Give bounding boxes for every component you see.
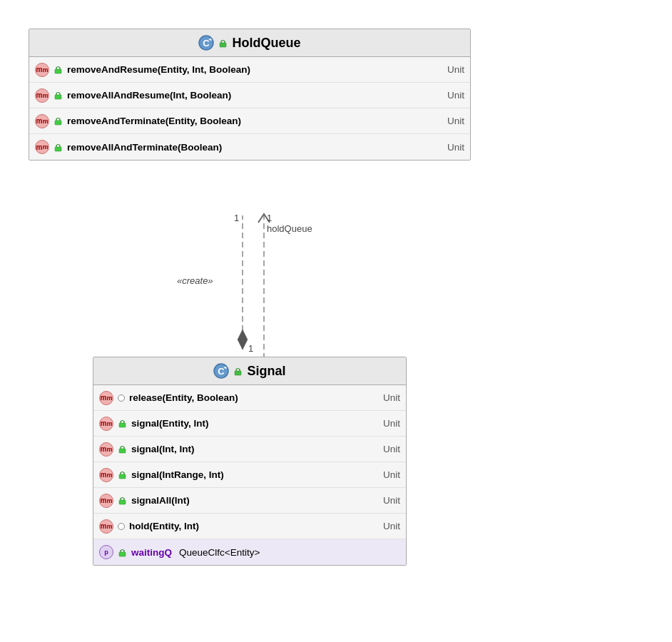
method-name: removeAllAndResume(Int, Boolean)	[67, 90, 437, 101]
svg-rect-5	[55, 121, 61, 125]
m-icon: m	[35, 140, 49, 154]
svg-rect-11	[119, 449, 126, 453]
method-name: removeAndTerminate(Entity, Boolean)	[67, 116, 437, 126]
field-type: QueueClfc<Entity>	[179, 547, 260, 558]
method-row: mremoveAllAndResume(Int, Boolean)Unit	[29, 83, 470, 108]
svg-text:C: C	[203, 38, 210, 49]
arrow-head	[258, 214, 270, 223]
signal-class-icon: C	[213, 363, 229, 379]
method-row: mremoveAllAndTerminate(Boolean)Unit	[29, 134, 470, 160]
method-return: Unit	[447, 90, 464, 101]
method-name: signal(IntRange, Int)	[131, 469, 373, 480]
method-name: removeAndResume(Entity, Int, Boolean)	[67, 64, 437, 75]
label-1-bottom: 1	[248, 343, 253, 354]
m-icon: m	[99, 417, 113, 431]
method-name: release(Entity, Boolean)	[129, 392, 373, 403]
method-return: Unit	[383, 521, 400, 531]
m-icon: m	[35, 63, 49, 77]
method-row: msignal(Entity, Int)Unit	[93, 411, 406, 437]
circle-icon	[118, 394, 125, 402]
method-return: Unit	[383, 495, 400, 506]
method-return: Unit	[447, 142, 464, 153]
label-create: «create»	[177, 275, 213, 286]
svg-rect-10	[119, 423, 126, 427]
m-icon: m	[99, 494, 113, 508]
method-return: Unit	[383, 418, 400, 429]
method-name: signal(Entity, Int)	[131, 418, 373, 429]
diagram-container: C HoldQueue mremoveAndResume(Entity, Int…	[0, 0, 672, 642]
method-row: pwaitingQQueueClfc<Entity>	[93, 539, 406, 565]
m-icon: m	[35, 114, 49, 128]
m-icon: m	[35, 88, 49, 103]
svg-rect-4	[55, 95, 61, 99]
holdqueue-header: C HoldQueue	[29, 29, 470, 57]
method-row: mrelease(Entity, Boolean)Unit	[93, 385, 406, 411]
method-row: mhold(Entity, Int)Unit	[93, 514, 406, 539]
holdqueue-title: HoldQueue	[232, 36, 300, 51]
method-name: removeAllAndTerminate(Boolean)	[67, 142, 437, 153]
method-row: msignalAll(Int)Unit	[93, 488, 406, 514]
svg-rect-3	[55, 69, 61, 73]
method-name: hold(Entity, Int)	[129, 521, 373, 531]
signal-lock-icon	[233, 367, 243, 376]
label-1-top-left: 1	[234, 213, 239, 223]
method-return: Unit	[383, 469, 400, 480]
method-row: mremoveAndResume(Entity, Int, Boolean)Un…	[29, 57, 470, 83]
holdqueue-body: mremoveAndResume(Entity, Int, Boolean)Un…	[29, 57, 470, 160]
method-return: Unit	[447, 64, 464, 75]
svg-rect-2	[220, 43, 226, 47]
label-1-top: 1	[267, 213, 272, 223]
method-row: mremoveAndTerminate(Entity, Boolean)Unit	[29, 108, 470, 134]
signal-header: C Signal	[93, 357, 406, 385]
diamond-marker	[238, 330, 248, 350]
signal-body: mrelease(Entity, Boolean)Unitmsignal(Ent…	[93, 385, 406, 565]
signal-class: C Signal mrelease(Entity, Boolean)Unitms…	[93, 357, 407, 566]
m-icon: m	[99, 519, 113, 534]
method-return: Unit	[383, 392, 400, 403]
holdqueue-lock-icon	[218, 39, 228, 48]
signal-title: Signal	[247, 364, 285, 379]
circle-icon	[118, 523, 125, 530]
holdqueue-class-icon: C	[198, 35, 214, 51]
svg-rect-9	[235, 371, 241, 375]
method-return: Unit	[447, 116, 464, 126]
svg-rect-14	[119, 552, 126, 556]
method-name: signalAll(Int)	[131, 495, 373, 506]
m-icon: m	[99, 442, 113, 457]
m-icon: m	[99, 391, 113, 405]
field-text: waitingQ	[131, 547, 172, 558]
label-holdqueue-text: holdQueue	[267, 223, 312, 234]
svg-text:C: C	[218, 366, 225, 377]
method-name: signal(Int, Int)	[131, 444, 373, 454]
p-icon: p	[99, 545, 113, 559]
svg-rect-6	[55, 147, 61, 151]
method-row: msignal(Int, Int)Unit	[93, 437, 406, 462]
method-return: Unit	[383, 444, 400, 454]
svg-rect-13	[119, 500, 126, 504]
method-row: msignal(IntRange, Int)Unit	[93, 462, 406, 488]
m-icon: m	[99, 468, 113, 482]
svg-rect-12	[119, 474, 126, 479]
holdqueue-class: C HoldQueue mremoveAndResume(Entity, Int…	[29, 29, 471, 160]
